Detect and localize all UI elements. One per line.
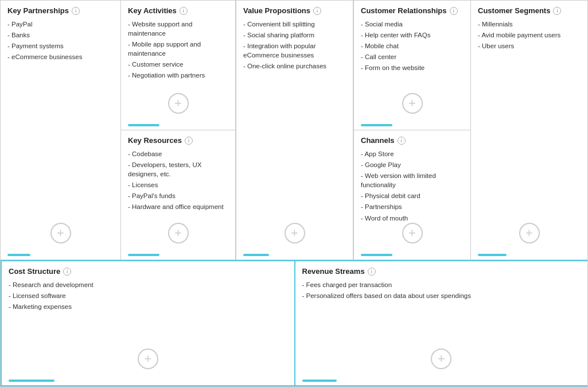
list-item: Uber users (478, 41, 581, 51)
customer-relationships-add-button[interactable]: + (402, 93, 423, 114)
customer-segments-info-icon[interactable]: i (553, 7, 561, 15)
list-item: Call center (361, 52, 464, 61)
customer-segments-progress (478, 254, 507, 256)
key-activities-add-button[interactable]: + (168, 93, 189, 114)
revenue-streams-cell: Revenue Streams i Fees charged per trans… (295, 260, 588, 386)
key-partnerships-header: Key Partnerships i (7, 6, 114, 15)
key-partnerships-add-button[interactable]: + (50, 223, 71, 243)
list-item: PayPal (7, 20, 114, 29)
list-item: eCommerce businesses (7, 52, 114, 61)
key-partnerships-list: PayPal Banks Payment systems eCommerce b… (7, 20, 114, 63)
list-item: Mobile app support and maintenance (128, 40, 228, 58)
key-activities-info-icon[interactable]: i (180, 7, 188, 15)
key-resources-progress (128, 254, 159, 256)
key-resources-list: Codebase Developers, testers, UX designe… (128, 149, 228, 214)
revenue-streams-add-button[interactable]: + (431, 349, 451, 369)
revenue-streams-progress (302, 380, 337, 382)
channels-header: Channels i (361, 136, 464, 145)
key-resources-header: Key Resources i (128, 136, 228, 145)
activities-resources-column: Key Activities i Website support and mai… (121, 1, 236, 260)
list-item: Form on the website (361, 63, 464, 72)
customer-relationships-cell: Customer Relationships i Social media He… (354, 1, 470, 130)
cost-structure-progress (9, 380, 54, 382)
revenue-streams-title: Revenue Streams (302, 267, 365, 276)
key-partnerships-column: Key Partnerships i PayPal Banks Payment … (1, 1, 121, 260)
list-item: Customer service (128, 60, 228, 69)
value-propositions-title: Value Propositions (243, 6, 310, 15)
value-propositions-header: Value Propositions i (243, 6, 346, 15)
channels-cell: Channels i App Store Google Play Web ver… (354, 130, 470, 260)
channels-list: App Store Google Play Web version with l… (361, 149, 464, 225)
value-propositions-add-button[interactable]: + (285, 223, 305, 243)
list-item: Personalized offers based on data about … (302, 291, 581, 300)
list-item: PayPal's funds (128, 191, 228, 200)
key-activities-list: Website support and maintenance Mobile a… (128, 20, 228, 82)
key-resources-title: Key Resources (128, 136, 182, 145)
list-item: Licenses (128, 180, 228, 189)
cost-structure-header: Cost Structure i (9, 267, 287, 276)
key-activities-header: Key Activities i (128, 6, 228, 15)
cost-structure-add-button[interactable]: + (138, 349, 158, 369)
customer-relationships-info-icon[interactable]: i (450, 7, 458, 15)
revenue-streams-info-icon[interactable]: i (368, 268, 376, 276)
revenue-streams-header: Revenue Streams i (302, 267, 581, 276)
list-item: Hardware and office equipment (128, 202, 228, 211)
value-propositions-column: Value Propositions i Convenient bill spl… (236, 1, 353, 260)
relationships-channels-column: Customer Relationships i Social media He… (353, 1, 471, 260)
customer-segments-column: Customer Segments i Millennials Avid mob… (471, 1, 587, 260)
key-resources-add-button[interactable]: + (168, 223, 189, 243)
key-resources-info-icon[interactable]: i (185, 137, 193, 145)
list-item: Help center with FAQs (361, 30, 464, 40)
list-item: Website support and maintenance (128, 20, 228, 38)
channels-progress (361, 254, 392, 256)
key-activities-progress (128, 124, 159, 126)
customer-relationships-progress (361, 124, 392, 126)
list-item: Avid mobile payment users (478, 30, 581, 40)
key-partnerships-title: Key Partnerships (7, 6, 69, 15)
list-item: Google Play (361, 160, 464, 169)
channels-add-button[interactable]: + (402, 223, 423, 243)
customer-relationships-header: Customer Relationships i (361, 6, 464, 15)
cost-structure-list: Research and development Licensed softwa… (9, 280, 287, 313)
channels-title: Channels (361, 136, 395, 145)
list-item: Web version with limited functionality (361, 171, 464, 189)
list-item: Licensed software (9, 291, 287, 300)
key-partnerships-info-icon[interactable]: i (72, 7, 80, 15)
list-item: Word of mouth (361, 214, 464, 223)
list-item: Payment systems (7, 41, 114, 51)
list-item: One-click online purchases (243, 61, 346, 71)
list-item: Social media (361, 20, 464, 29)
list-item: Mobile chat (361, 41, 464, 51)
customer-segments-add-button[interactable]: + (519, 223, 540, 243)
list-item: Developers, testers, UX designers, etc. (128, 160, 228, 179)
list-item: Marketing expenses (9, 302, 287, 311)
revenue-streams-list: Fees charged per transaction Personalize… (302, 280, 581, 302)
key-activities-cell: Key Activities i Website support and mai… (121, 1, 235, 130)
list-item: Millennials (478, 20, 581, 29)
value-propositions-info-icon[interactable]: i (313, 7, 321, 15)
value-propositions-cell: Value Propositions i Convenient bill spl… (236, 1, 353, 260)
key-activities-title: Key Activities (128, 6, 177, 15)
cost-structure-title: Cost Structure (9, 267, 60, 276)
bottom-section: Cost Structure i Research and developmen… (1, 260, 587, 386)
key-partnerships-cell: Key Partnerships i PayPal Banks Payment … (1, 1, 120, 260)
list-item: Codebase (128, 149, 228, 158)
cost-structure-cell: Cost Structure i Research and developmen… (1, 260, 295, 386)
list-item: Social sharing platform (243, 30, 346, 40)
customer-relationships-list: Social media Help center with FAQs Mobil… (361, 20, 464, 74)
list-item: App Store (361, 149, 464, 158)
customer-relationships-title: Customer Relationships (361, 6, 447, 15)
key-resources-cell: Key Resources i Codebase Developers, tes… (121, 130, 235, 260)
list-item: Integration with popular eCommerce busin… (243, 41, 346, 60)
list-item: Convenient bill splitting (243, 20, 346, 29)
canvas: Key Partnerships i PayPal Banks Payment … (0, 0, 588, 387)
top-section: Key Partnerships i PayPal Banks Payment … (1, 1, 587, 260)
customer-segments-header: Customer Segments i (478, 6, 581, 15)
channels-info-icon[interactable]: i (398, 137, 406, 145)
value-propositions-list: Convenient bill splitting Social sharing… (243, 20, 346, 72)
cost-structure-info-icon[interactable]: i (63, 268, 71, 276)
list-item: Fees charged per transaction (302, 280, 581, 289)
list-item: Negotiation with partners (128, 71, 228, 80)
value-propositions-progress (243, 254, 269, 256)
list-item: Partnerships (361, 202, 464, 211)
